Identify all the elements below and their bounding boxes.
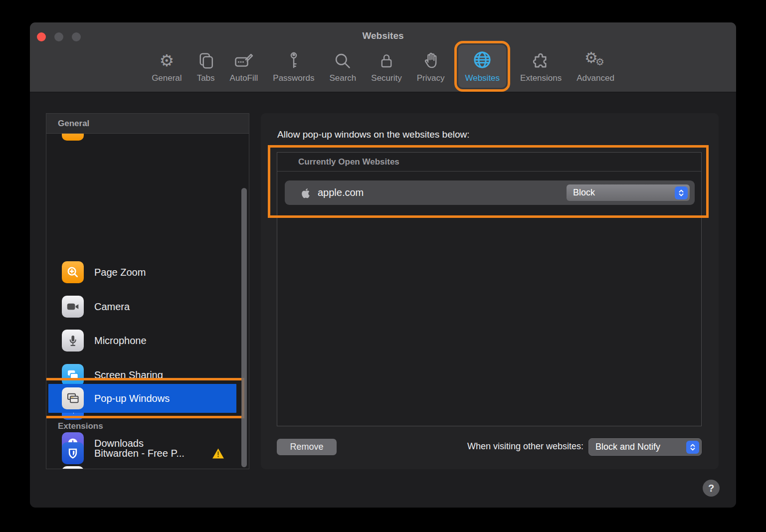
remove-button[interactable]: Remove bbox=[277, 439, 337, 455]
bottom-controls: Remove When visiting other websites: Blo… bbox=[261, 435, 719, 460]
screen-sharing-icon bbox=[62, 364, 84, 386]
hand-icon bbox=[422, 50, 439, 70]
pop-up-windows-icon bbox=[62, 387, 84, 409]
tab-extensions[interactable]: Extensions bbox=[519, 45, 563, 88]
sidebar-item-label: Microphone bbox=[94, 335, 147, 347]
sidebar-item-label: Pop-up Windows bbox=[94, 393, 170, 404]
tab-privacy[interactable]: Privacy bbox=[416, 45, 446, 88]
autofill-icon bbox=[234, 50, 254, 70]
tab-label: Passwords bbox=[273, 73, 314, 83]
sidebar-scrollbar[interactable] bbox=[241, 188, 247, 467]
key-icon bbox=[285, 50, 302, 70]
bitwarden-shield-icon bbox=[62, 442, 84, 464]
sidebar-item-bitwarden[interactable]: Bitwarden - Free P... bbox=[46, 439, 234, 468]
tab-websites[interactable]: Websites bbox=[458, 45, 506, 88]
sidebar-item-label: Page Zoom bbox=[94, 267, 146, 278]
listbox-header: Currently Open Websites bbox=[277, 153, 701, 172]
safari-preferences-window: Websites ⚙ General Tabs bbox=[30, 22, 736, 508]
tab-autofill[interactable]: AutoFill bbox=[229, 45, 259, 88]
warning-icon bbox=[212, 448, 224, 459]
page-zoom-icon bbox=[62, 261, 84, 283]
tab-advanced[interactable]: ⚙⚙ Advanced bbox=[575, 45, 615, 88]
panel-heading: Allow pop-up windows on the websites bel… bbox=[277, 129, 470, 140]
apple-logo-icon bbox=[300, 187, 311, 199]
tab-label: Extensions bbox=[520, 73, 562, 83]
other-websites-dropdown[interactable]: Block and Notify bbox=[588, 438, 702, 456]
gear-icon: ⚙ bbox=[160, 52, 175, 70]
other-websites-value: Block and Notify bbox=[595, 442, 660, 452]
sidebar-item-page-zoom[interactable]: Page Zoom bbox=[46, 258, 234, 287]
gears-icon: ⚙⚙ bbox=[584, 50, 606, 70]
help-button[interactable]: ? bbox=[703, 480, 720, 497]
tab-security[interactable]: Security bbox=[370, 45, 402, 88]
sidebar-item-microphone[interactable]: Microphone bbox=[46, 326, 234, 355]
window-title: Websites bbox=[30, 30, 736, 41]
tab-passwords[interactable]: Passwords bbox=[272, 45, 315, 88]
tab-label: Tabs bbox=[197, 73, 215, 83]
sidebar-section-general: General bbox=[46, 114, 249, 134]
tab-label: Privacy bbox=[417, 73, 445, 83]
tab-tabs[interactable]: Tabs bbox=[196, 45, 216, 88]
tab-general[interactable]: ⚙ General bbox=[151, 45, 183, 88]
lock-icon bbox=[378, 50, 395, 70]
tab-label: Search bbox=[329, 73, 356, 83]
tab-search[interactable]: Search bbox=[328, 45, 357, 88]
tab-label: Advanced bbox=[576, 73, 614, 83]
sidebar-item-label: Camera bbox=[94, 301, 130, 313]
camera-icon bbox=[62, 296, 84, 318]
preferences-toolbar: Websites ⚙ General Tabs bbox=[30, 22, 736, 92]
search-icon bbox=[334, 50, 352, 70]
puzzle-icon bbox=[531, 50, 551, 70]
websites-listbox: Currently Open Websites apple.com Block bbox=[277, 152, 702, 426]
settings-sidebar: Page Zoom Camera bbox=[46, 113, 249, 469]
tab-label: Websites bbox=[465, 73, 500, 83]
dropdown-stepper-icon bbox=[686, 441, 699, 454]
tabs-icon bbox=[197, 50, 215, 70]
tab-label: Security bbox=[371, 73, 401, 83]
sidebar-item-camera[interactable]: Camera bbox=[46, 292, 234, 321]
sidebar-item-label: Bitwarden - Free P... bbox=[94, 448, 185, 459]
site-name: apple.com bbox=[318, 187, 364, 198]
tab-label: AutoFill bbox=[230, 73, 258, 83]
other-websites-label: When visiting other websites: bbox=[467, 441, 583, 452]
site-policy-dropdown[interactable]: Block bbox=[567, 184, 690, 201]
sidebar-item-label: Screen Sharing bbox=[94, 369, 163, 381]
site-policy-value: Block bbox=[573, 187, 595, 198]
website-row-apple[interactable]: apple.com Block bbox=[285, 180, 695, 205]
globe-icon bbox=[472, 50, 492, 70]
sidebar-section-extensions: Extensions bbox=[58, 421, 103, 431]
dropdown-stepper-icon bbox=[675, 186, 688, 199]
pop-up-windows-settings-panel: Allow pop-up windows on the websites bel… bbox=[261, 113, 719, 469]
tab-label: General bbox=[152, 73, 182, 83]
sidebar-item-pop-up-windows[interactable]: Pop-up Windows bbox=[48, 384, 236, 413]
microphone-icon bbox=[62, 330, 84, 352]
toolbar-tabs: ⚙ General Tabs bbox=[30, 45, 736, 88]
